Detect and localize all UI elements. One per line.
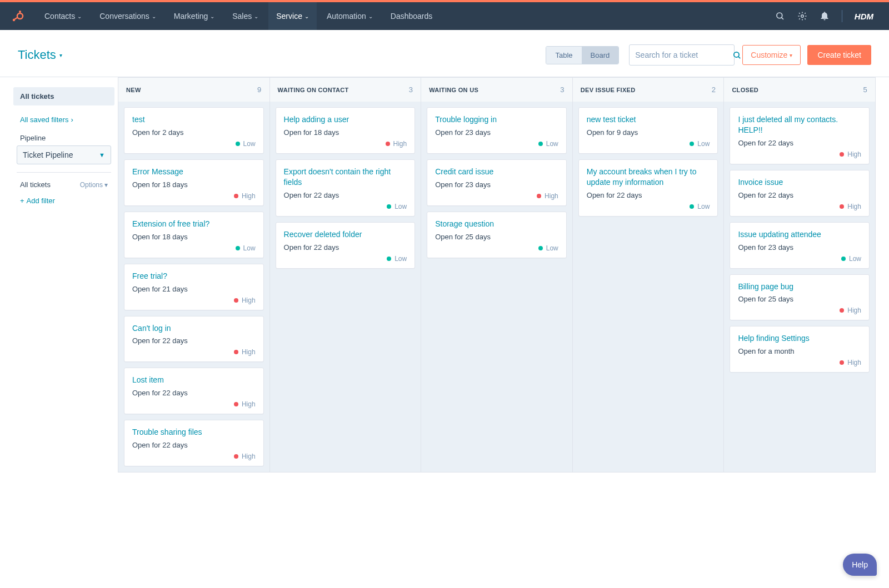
column-body: new test ticketOpen for 9 daysLowMy acco…	[573, 102, 724, 472]
priority-dot-icon	[840, 152, 844, 157]
nav-item-conversations[interactable]: Conversations⌄	[92, 2, 164, 30]
ticket-footer: High	[132, 192, 256, 200]
page-title-dropdown[interactable]: Tickets ▾	[18, 48, 62, 62]
column-count: 3	[409, 86, 413, 94]
nav-item-dashboards[interactable]: Dashboards	[383, 2, 441, 30]
ticket-card[interactable]: Lost itemOpen for 22 daysHigh	[124, 368, 264, 414]
ticket-open-duration: Open for 23 days	[435, 180, 558, 189]
nav-item-contacts[interactable]: Contacts⌄	[37, 2, 89, 30]
ticket-card[interactable]: Free trial?Open for 21 daysHigh	[124, 264, 264, 310]
ticket-open-duration: Open for 25 days	[435, 233, 558, 241]
gear-icon[interactable]	[797, 11, 807, 21]
svg-line-6	[781, 17, 783, 19]
column-body: Help adding a userOpen for 18 daysHighEx…	[270, 102, 421, 472]
column-header: NEW9	[118, 78, 269, 102]
nav-item-sales[interactable]: Sales⌄	[224, 2, 266, 30]
ticket-title: Storage question	[435, 219, 558, 229]
ticket-card[interactable]: Credit card issueOpen for 23 daysHigh	[427, 159, 567, 206]
ticket-title: Invoice issue	[738, 177, 861, 188]
column-count: 2	[712, 86, 716, 94]
ticket-footer: High	[738, 359, 861, 366]
priority-dot-icon	[234, 298, 238, 303]
ticket-card[interactable]: new test ticketOpen for 9 daysLow	[578, 107, 718, 154]
ticket-card[interactable]: Trouble sharing filesOpen for 22 daysHig…	[124, 420, 264, 466]
ticket-title: Credit card issue	[435, 167, 558, 177]
ticket-card[interactable]: Help adding a userOpen for 18 daysHigh	[276, 107, 416, 154]
ticket-footer: Low	[587, 140, 710, 148]
ticket-title: Trouble sharing files	[132, 427, 256, 438]
create-ticket-button[interactable]: Create ticket	[807, 45, 871, 65]
priority-dot-icon	[387, 257, 391, 261]
nav-item-label: Conversations	[99, 12, 149, 21]
page-header: Tickets ▾ Table Board Customize ▾ Create…	[0, 30, 889, 77]
sidebar-all-tickets-pill[interactable]: All tickets	[13, 87, 114, 105]
search-icon[interactable]	[732, 51, 742, 60]
pipeline-select[interactable]: Ticket Pipeline ▼	[17, 145, 111, 164]
ticket-card[interactable]: Can't log inOpen for 22 daysHigh	[124, 316, 264, 363]
ticket-card[interactable]: Storage questionOpen for 25 daysLow	[427, 212, 567, 258]
priority-label: Low	[546, 244, 558, 252]
view-board-button[interactable]: Board	[582, 47, 619, 64]
ticket-title: I just deleted all my contacts. HELP!!	[738, 114, 861, 135]
nav-item-marketing[interactable]: Marketing⌄	[166, 2, 222, 30]
account-label[interactable]: HDM	[855, 12, 879, 21]
priority-label: Low	[243, 140, 256, 148]
ticket-card[interactable]: Invoice issueOpen for 22 daysHigh	[730, 170, 870, 217]
ticket-card[interactable]: Help finding SettingsOpen for a monthHig…	[730, 326, 870, 373]
ticket-title: Error Message	[132, 167, 256, 177]
nav-item-service[interactable]: Service⌄	[268, 2, 317, 30]
column-body: I just deleted all my contacts. HELP!!Op…	[724, 102, 875, 472]
ticket-card[interactable]: Recover deleted folderOpen for 22 daysLo…	[276, 222, 416, 269]
search-box[interactable]	[629, 44, 735, 66]
ticket-footer: High	[435, 192, 558, 200]
ticket-title: Recover deleted folder	[284, 229, 407, 240]
ticket-open-duration: Open for 22 days	[738, 139, 861, 147]
add-filter-link[interactable]: + Add filter	[13, 197, 114, 205]
priority-label: High	[847, 203, 861, 210]
ticket-open-duration: Open for 22 days	[132, 441, 256, 449]
sidebar-saved-filters-link[interactable]: All saved filters ›	[13, 113, 114, 126]
ticket-open-duration: Open for 22 days	[284, 191, 407, 199]
priority-dot-icon	[386, 142, 390, 146]
column-name: NEW	[126, 87, 141, 93]
search-icon[interactable]	[775, 11, 785, 21]
priority-dot-icon	[538, 246, 543, 250]
ticket-card[interactable]: My account breaks when I try to update m…	[578, 159, 718, 217]
ticket-footer: High	[132, 400, 256, 408]
ticket-card[interactable]: Error MessageOpen for 18 daysHigh	[124, 159, 264, 206]
ticket-title: new test ticket	[587, 114, 710, 125]
ticket-footer: Low	[435, 244, 558, 252]
view-table-button[interactable]: Table	[546, 47, 581, 64]
customize-button[interactable]: Customize ▾	[742, 45, 801, 65]
kanban-board: NEW9testOpen for 2 daysLowError MessageO…	[118, 77, 876, 473]
chevron-down-icon: ⌄	[210, 13, 214, 19]
priority-dot-icon	[234, 402, 238, 406]
ticket-card[interactable]: testOpen for 2 daysLow	[124, 107, 264, 154]
add-filter-label: Add filter	[27, 197, 55, 205]
ticket-open-duration: Open for 22 days	[132, 389, 256, 397]
column-header: DEV ISSUE FIXED2	[573, 78, 724, 102]
priority-label: High	[242, 348, 256, 356]
bell-icon[interactable]	[820, 11, 830, 21]
nav-item-automation[interactable]: Automation⌄	[319, 2, 381, 30]
ticket-footer: Low	[132, 244, 256, 252]
board-column: CLOSED5I just deleted all my contacts. H…	[724, 77, 876, 473]
chevron-down-icon: ⌄	[152, 13, 156, 19]
ticket-open-duration: Open for a month	[738, 347, 861, 355]
ticket-card[interactable]: Billing page bugOpen for 25 daysHigh	[730, 274, 870, 321]
all-tickets-row-label: All tickets	[20, 180, 51, 189]
ticket-card[interactable]: Issue updating attendeeOpen for 23 daysL…	[730, 222, 870, 269]
ticket-card[interactable]: Export doesn't contain the right fieldsO…	[276, 159, 416, 217]
ticket-open-duration: Open for 23 days	[738, 243, 861, 252]
hubspot-logo[interactable]	[10, 8, 26, 24]
column-header: WAITING ON US3	[421, 78, 572, 102]
options-dropdown[interactable]: Options ▾	[80, 181, 108, 189]
priority-dot-icon	[387, 204, 391, 209]
priority-label: High	[242, 296, 256, 304]
ticket-card[interactable]: Extension of free trial?Open for 18 days…	[124, 212, 264, 258]
chevron-down-icon: ⌄	[304, 13, 309, 19]
priority-label: High	[242, 453, 256, 460]
ticket-card[interactable]: I just deleted all my contacts. HELP!!Op…	[730, 107, 870, 164]
ticket-card[interactable]: Trouble logging inOpen for 23 daysLow	[427, 107, 567, 154]
search-input[interactable]	[635, 51, 732, 59]
